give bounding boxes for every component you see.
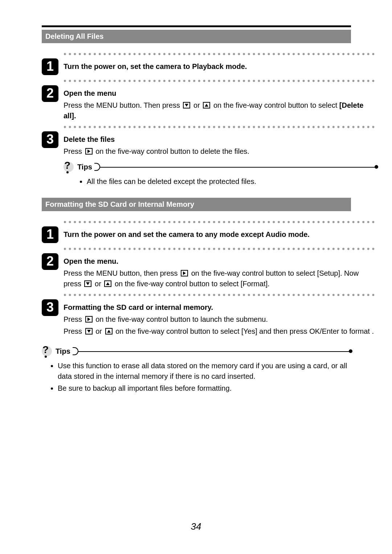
tips-list: All the files can be deleted except the …: [64, 176, 377, 187]
down-arrow-icon: [85, 328, 93, 335]
dotted-divider: ••••••••••••••••••••••••••••••••••••••••…: [64, 218, 377, 226]
right-arrow-icon: [85, 316, 93, 323]
sec2-step-2-text: Press the MENU button, then press on the…: [64, 268, 377, 289]
sec2-step-2-title-text: Open the menu: [64, 257, 117, 265]
sec2-s3b-or: or: [94, 327, 104, 335]
right-arrow-icon: [85, 148, 93, 155]
dotted-divider: ••••••••••••••••••••••••••••••••••••••••…: [64, 77, 377, 85]
step-badge-1: 1: [42, 58, 58, 75]
sec2-step-3-text-a: Press on the five-way control button to …: [64, 314, 377, 325]
step-2-text-b: on the five-way control button to select: [211, 101, 339, 109]
step-2-text: Press the MENU button. Then press or on …: [64, 100, 377, 121]
sec2-s3a-post: on the five-way control button to launch…: [94, 315, 268, 323]
sec2-step-1: 1 ••••••••••••••••••••••••••••••••••••••…: [42, 218, 351, 243]
dotted-divider: ••••••••••••••••••••••••••••••••••••••••…: [64, 291, 377, 299]
page-top-rule: [42, 25, 351, 27]
step-1: 1 ••••••••••••••••••••••••••••••••••••••…: [42, 50, 351, 75]
right-arrow-icon: [181, 270, 188, 276]
step-2-text-a: Press the MENU button. Then press: [64, 101, 182, 109]
sec2-step-3: 3 ••••••••••••••••••••••••••••••••••••••…: [42, 291, 351, 337]
sec2-step-3-title-text: Formatting the SD card or internal memor…: [64, 303, 211, 311]
step-3-title: Delete the files: [64, 134, 377, 145]
sec2-s3a-pre: Press: [64, 315, 84, 323]
step-2: 2 ••••••••••••••••••••••••••••••••••••••…: [42, 77, 351, 121]
section-header-formatting: Formatting the SD Card or Internal Memor…: [42, 198, 351, 211]
dotted-divider: ••••••••••••••••••••••••••••••••••••••••…: [64, 245, 377, 253]
step-badge-1: 1: [42, 226, 58, 243]
step-3-text: Press on the five-way control button to …: [64, 146, 377, 157]
sec2-step-3-text-b: Press or on the five-way control button …: [64, 326, 377, 337]
step-3-text-b: on the five-way control button to delete…: [94, 147, 249, 155]
tips-list: Use this function to erase all data stor…: [42, 361, 351, 394]
down-arrow-icon: [84, 280, 91, 287]
sec2-s2-c: on the five-way control button to select…: [113, 280, 269, 288]
sec2-step-1-title: Turn the power on and set the camera to …: [64, 229, 377, 240]
step-2-title: Open the menu: [64, 88, 377, 99]
sec2-step-2-title-suffix: .: [117, 257, 119, 265]
up-arrow-icon: [203, 102, 210, 108]
step-3-text-a: Press: [64, 147, 84, 155]
dotted-divider: ••••••••••••••••••••••••••••••••••••••••…: [64, 123, 377, 131]
sec2-step-3-title-suffix: .: [211, 303, 213, 311]
section-header-deleting-all-files: Deleting All Files: [42, 30, 351, 43]
step-badge-3: 3: [42, 299, 58, 316]
tips-item: Be sure to backup all important files be…: [58, 383, 351, 394]
sec2-s2-a: Press the MENU button, then press: [64, 269, 180, 277]
sec2-step-3-title: Formatting the SD card or internal memor…: [64, 302, 377, 313]
tips-rule-line: [73, 348, 351, 354]
sec2-s2-or: or: [93, 280, 103, 288]
tips-block: ? Tips: [42, 345, 351, 358]
tips-label: Tips: [56, 346, 70, 357]
step-badge-2: 2: [42, 253, 58, 270]
step-badge-3: 3: [42, 131, 58, 148]
up-arrow-icon: [105, 328, 113, 335]
up-arrow-icon: [104, 280, 111, 287]
page-number: 34: [0, 520, 392, 534]
tips-rule-line: [94, 164, 377, 170]
sec2-s3b-post: on the five-way control button to select…: [114, 327, 374, 335]
step-1-title: Turn the power on, set the camera to Pla…: [64, 61, 377, 72]
sec2-step-2-title: Open the menu.: [64, 256, 377, 267]
sec2-step-2: 2 ••••••••••••••••••••••••••••••••••••••…: [42, 245, 351, 289]
dotted-divider: ••••••••••••••••••••••••••••••••••••••••…: [64, 50, 377, 58]
question-mark-icon: ?: [42, 345, 53, 358]
step-3: 3 ••••••••••••••••••••••••••••••••••••••…: [42, 123, 351, 188]
step-2-text-or: or: [191, 101, 202, 109]
tips-label: Tips: [77, 162, 92, 172]
down-arrow-icon: [183, 102, 190, 108]
tips-item: All the files can be deleted except the …: [87, 176, 377, 187]
question-mark-icon: ?: [64, 160, 75, 173]
sec2-s3b-pre: Press: [64, 327, 84, 335]
tips-item: Use this function to erase all data stor…: [58, 361, 351, 382]
tips-block: ? Tips: [64, 160, 377, 173]
step-badge-2: 2: [42, 85, 58, 102]
